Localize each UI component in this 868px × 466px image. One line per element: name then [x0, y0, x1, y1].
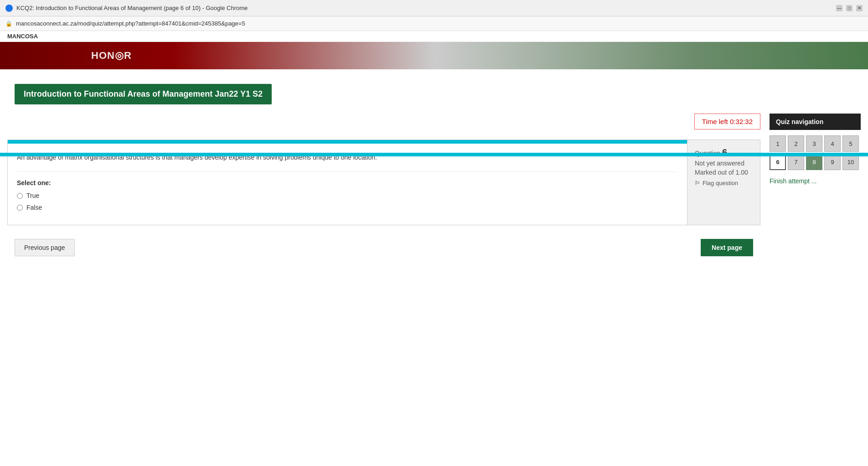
- browser-title-left: KCQ2: Introduction to Functional Areas o…: [5, 5, 248, 12]
- course-title-wrapper: Introduction to Functional Areas of Mana…: [7, 77, 861, 104]
- next-page-button[interactable]: Next page: [701, 239, 753, 256]
- nav-button-3[interactable]: 3: [806, 135, 822, 152]
- nav-button-2[interactable]: 2: [788, 135, 804, 152]
- browser-icon: [5, 5, 13, 12]
- timer-box: Time left 0:32:32: [694, 114, 760, 129]
- prev-page-button[interactable]: Previous page: [15, 239, 75, 256]
- minimize-button[interactable]: —: [836, 5, 842, 11]
- close-button[interactable]: ✕: [856, 5, 863, 11]
- main-layout: Time left 0:32:32 An advantage of matrix…: [7, 114, 861, 270]
- question-cyan-bar: [8, 140, 687, 144]
- quiz-nav-sidebar: Quiz navigation 12345678910 Finish attem…: [770, 114, 861, 270]
- nav-button-4[interactable]: 4: [824, 135, 841, 152]
- flag-icon: 🏳: [695, 180, 701, 186]
- radio-true[interactable]: [17, 193, 23, 199]
- quiz-nav-header: Quiz navigation: [770, 114, 861, 130]
- browser-addressbar: 🔒 mancosaconnect.ac.za/mod/quiz/attempt.…: [0, 16, 868, 31]
- hero-banner-text: HON◎R: [91, 50, 148, 62]
- browser-title-text: KCQ2: Introduction to Functional Areas o…: [16, 5, 248, 11]
- nav-button-5[interactable]: 5: [842, 135, 859, 152]
- hero-banner: HON◎R: [0, 42, 868, 69]
- address-bar-text[interactable]: mancosaconnect.ac.za/mod/quiz/attempt.ph…: [16, 20, 245, 27]
- flag-question-link[interactable]: 🏳 Flag question: [695, 180, 753, 186]
- quiz-area: Time left 0:32:32 An advantage of matrix…: [7, 114, 760, 270]
- nav-buttons: Previous page Next page: [15, 239, 753, 256]
- mancosa-brand: MANCOSA: [0, 31, 868, 42]
- label-false[interactable]: False: [26, 204, 42, 211]
- option-false[interactable]: False: [17, 204, 678, 211]
- browser-titlebar: KCQ2: Introduction to Functional Areas o…: [0, 0, 868, 16]
- browser-controls: — □ ✕: [836, 5, 863, 11]
- nav-button-1[interactable]: 1: [770, 135, 786, 152]
- finish-attempt-link[interactable]: Finish attempt ...: [770, 177, 816, 185]
- question-main: An advantage of matrix organisational st…: [8, 140, 687, 225]
- question-status: Not yet answered: [695, 160, 753, 167]
- timer-wrapper: Time left 0:32:32: [7, 114, 760, 135]
- select-one-label: Select one:: [17, 179, 678, 186]
- radio-false[interactable]: [17, 205, 23, 211]
- flag-label[interactable]: Flag question: [703, 180, 738, 186]
- maximize-button[interactable]: □: [846, 5, 852, 11]
- option-true[interactable]: True: [17, 192, 678, 199]
- label-true[interactable]: True: [26, 192, 39, 199]
- question-block: An advantage of matrix organisational st…: [7, 140, 760, 225]
- course-title: Introduction to Functional Areas of Mana…: [15, 84, 272, 104]
- lock-icon: 🔒: [5, 21, 12, 27]
- question-marked: Marked out of 1.00: [695, 169, 753, 176]
